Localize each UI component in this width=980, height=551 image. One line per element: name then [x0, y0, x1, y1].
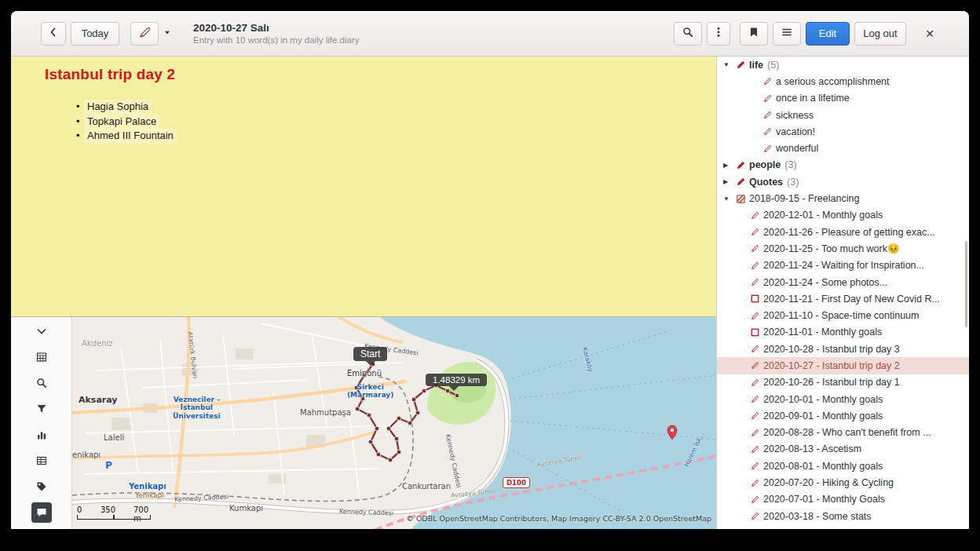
tree-item-label: 2020-01-15 - Some stats: [763, 527, 872, 529]
map-attribution: © ODBL OpenStreetMap Contributors, Map I…: [406, 514, 711, 523]
content-column: Istanbul trip day 2 •Hagia Sophia•Topkap…: [11, 57, 716, 529]
tree-item[interactable]: 2020-10-26 - Istanbul trip day 1: [717, 374, 969, 391]
tree-item-count: (5): [767, 60, 779, 71]
filter-icon[interactable]: [31, 399, 52, 419]
tree-item[interactable]: ▶people(3): [717, 157, 969, 173]
map-view[interactable]: AkdenizAksarayVezneciler - İstanbul Üniv…: [72, 317, 716, 529]
close-window-button[interactable]: ✕: [919, 22, 941, 46]
more-options-button[interactable]: [707, 22, 730, 46]
expander-icon[interactable]: ▼: [723, 61, 736, 68]
tree-item-label: 2020-10-28 - Istanbul trip day 3: [763, 344, 900, 355]
entry-bullet-item: •Hagia Sophia: [76, 100, 700, 115]
sidebar: ▼life(5)a serious accomplishmentonce in …: [716, 57, 969, 529]
tree-item[interactable]: 2020-08-28 - Who can't benefit from ...: [717, 425, 969, 441]
tree-item-label: life: [749, 60, 763, 71]
tree-item-label: once in a lifetime: [776, 93, 850, 104]
diary-icon: [736, 194, 749, 204]
square-icon: [750, 327, 763, 338]
pencil-icon: [137, 25, 152, 42]
map-panel-icon[interactable]: [31, 502, 52, 523]
tree-item-label: 2020-03-18 - Some stats: [763, 511, 872, 522]
tree-item[interactable]: 2020-03-18 - Some stats: [717, 508, 969, 524]
tree-item[interactable]: 2020-11-25 - Too much work😣: [717, 240, 969, 257]
logout-button-label: Log out: [863, 27, 897, 39]
pencil-icon: [750, 261, 763, 271]
pencil-icon: [762, 93, 776, 104]
search-button[interactable]: [674, 22, 702, 46]
expander-icon[interactable]: ▶: [723, 162, 736, 169]
today-button[interactable]: Today: [71, 22, 119, 46]
expander-icon[interactable]: ▼: [723, 195, 736, 203]
entry-title: Istanbul trip day 2: [45, 66, 700, 83]
entry-text-area[interactable]: Istanbul trip day 2 •Hagia Sophia•Topkap…: [11, 57, 716, 316]
pencil-icon: [750, 428, 763, 438]
scale-label-350: 350: [101, 505, 115, 514]
map-image[interactable]: [72, 317, 716, 529]
tree-item[interactable]: sickness: [717, 107, 969, 123]
tree-item[interactable]: 2020-11-01 - Monthly goals: [717, 324, 969, 341]
tree-item[interactable]: 2020-10-27 - Istanbul trip day 2: [717, 357, 969, 374]
pencil-icon: [750, 411, 763, 421]
pencil-icon: [762, 126, 776, 137]
back-button[interactable]: [41, 22, 66, 46]
back-chevron-icon: [47, 26, 60, 41]
tree-item[interactable]: 2020-08-01 - Monthly goals: [717, 458, 969, 474]
pencil-icon: [750, 444, 763, 454]
search-panel-icon[interactable]: [31, 373, 52, 393]
collapse-chevron-icon[interactable]: [31, 321, 52, 341]
pencil-icon: [762, 144, 776, 154]
entry-dropdown-button[interactable]: [159, 22, 176, 46]
sidebar-scrollbar[interactable]: [965, 241, 967, 327]
headerbar: Today 2020-10-27 Salı Entry with 10 word…: [11, 11, 969, 57]
tag-solid-icon: [736, 177, 749, 187]
tree-item-label: 2020-10-27 - Istanbul trip day 2: [763, 360, 900, 371]
edit-button-label: Edit: [819, 27, 836, 39]
pencil-icon: [750, 461, 763, 471]
tree-item[interactable]: 2020-11-21 - First Day of New Covid R...: [717, 290, 969, 307]
chart-icon[interactable]: [31, 425, 52, 445]
tree-item-label: 2020-11-24 - Some photos...: [763, 277, 887, 288]
tag-icon[interactable]: [31, 476, 52, 497]
logout-button[interactable]: Log out: [854, 22, 906, 46]
tree-item[interactable]: 2020-11-10 - Space-time continuum: [717, 307, 969, 323]
expander-icon[interactable]: ▶: [723, 178, 736, 185]
today-button-label: Today: [82, 27, 109, 39]
pencil-icon: [750, 378, 763, 388]
tree-item-label: 2018-09-15 - Freelancing: [749, 193, 859, 204]
tree-item[interactable]: ▶Quotes(3): [717, 173, 969, 190]
road-shield-d100: D100: [503, 477, 530, 488]
tree-item[interactable]: 2020-10-28 - Istanbul trip day 3: [717, 341, 969, 357]
edit-button[interactable]: Edit: [806, 22, 850, 46]
bookmark-button[interactable]: [740, 22, 768, 46]
tree-item-label: vacation!: [776, 126, 815, 137]
tree-item[interactable]: 2020-12-01 - Monthly goals: [717, 207, 969, 224]
tree-item[interactable]: 2020-11-24 - Some photos...: [717, 274, 969, 290]
tree-item[interactable]: 2020-11-24 - Waiting for Inspiration...: [717, 257, 969, 274]
tree-item[interactable]: 2020-08-13 - Ascetism: [717, 441, 969, 458]
entry-bullet-item: •Ahmed III Fountain: [76, 129, 700, 144]
table-icon[interactable]: [31, 451, 52, 471]
tree-item[interactable]: a serious accomplishment: [717, 73, 969, 89]
tree-item[interactable]: ▼life(5): [717, 57, 969, 73]
main-menu-button[interactable]: [773, 22, 801, 46]
bookmark-icon: [748, 26, 760, 41]
tree-item-label: people: [749, 159, 781, 170]
tree-item-label: 2020-11-25 - Too much work😣: [763, 243, 900, 254]
tree-item[interactable]: wonderful: [717, 140, 969, 156]
tree-item[interactable]: 2020-01-15 - Some stats: [717, 524, 969, 529]
tree-item[interactable]: 2020-11-26 - Pleasure of getting exac...: [717, 224, 969, 240]
tree-item[interactable]: 2020-07-01 - Monthly Goals: [717, 491, 969, 508]
tree-item[interactable]: 2020-09-01 - Monthly goals: [717, 407, 969, 424]
calendar-icon[interactable]: [31, 347, 52, 367]
pencil-icon: [762, 110, 776, 120]
tree-item[interactable]: once in a lifetime: [717, 90, 969, 107]
tree-item[interactable]: ▼2018-09-15 - Freelancing: [717, 190, 969, 206]
tree-item[interactable]: 2020-10-01 - Monthly goals: [717, 391, 969, 407]
page-title: 2020-10-27 Salı: [193, 22, 360, 35]
pencil-icon: [750, 243, 763, 254]
pencil-icon: [750, 360, 763, 370]
entry-pencil-button[interactable]: [130, 22, 159, 46]
tree-item-label: 2020-07-20 - Hiking & Cycling: [763, 477, 894, 488]
tree-item[interactable]: vacation!: [717, 123, 969, 140]
tree-item[interactable]: 2020-07-20 - Hiking & Cycling: [717, 474, 969, 491]
